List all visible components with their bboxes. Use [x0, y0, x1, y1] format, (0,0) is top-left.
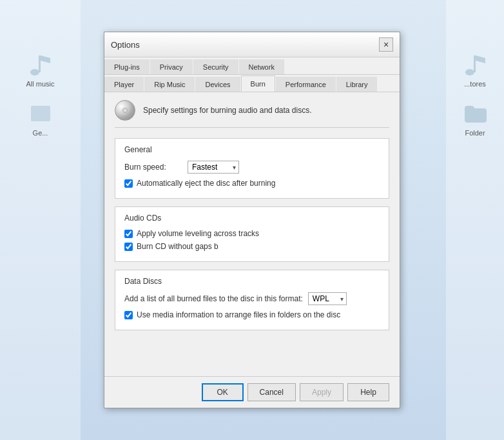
apply-volume-row: Apply volume leveling across tracks [124, 229, 380, 238]
tab-performance[interactable]: Performance [276, 77, 336, 92]
group-general-label: General [124, 145, 380, 154]
group-audio-cds: Audio CDs Apply volume leveling across t… [115, 206, 389, 262]
tab-network[interactable]: Network [239, 59, 284, 74]
burn-cd-row: Burn CD without gaps b [124, 242, 380, 251]
close-button[interactable]: × [379, 37, 393, 52]
burn-cd-checkbox[interactable] [124, 243, 133, 251]
tab-privacy[interactable]: Privacy [150, 59, 193, 74]
cancel-button[interactable]: Cancel [247, 383, 296, 401]
music-note-icon [27, 52, 53, 77]
help-button[interactable]: Help [347, 383, 389, 401]
dialog-footer: OK Cancel Apply Help [104, 376, 400, 408]
sidebar-item-all-music[interactable]: All music [26, 52, 54, 88]
svg-rect-2 [31, 106, 50, 121]
right-sidebar: ...tores Folder [446, 0, 504, 440]
svg-point-0 [30, 69, 39, 75]
tab-library[interactable]: Library [336, 77, 378, 92]
apply-volume-label[interactable]: Apply volume leveling across tracks [137, 229, 259, 238]
tab-burn[interactable]: Burn [241, 75, 275, 92]
format-select[interactable]: WPL M3U None [308, 292, 347, 305]
tab-plugins[interactable]: Plug-ins [104, 59, 150, 74]
tab-row-2: Player Rip Music Devices Burn Performanc… [104, 75, 400, 92]
format-select-wrapper: WPL M3U None [308, 292, 347, 305]
genre-icon [28, 101, 53, 126]
tab-security[interactable]: Security [193, 59, 238, 74]
apply-button[interactable]: Apply [300, 383, 344, 401]
svg-rect-1 [39, 55, 41, 72]
group-audio-cds-label: Audio CDs [124, 214, 380, 223]
group-data-discs-label: Data Discs [124, 277, 380, 286]
ok-button[interactable]: OK [202, 383, 244, 401]
apply-volume-checkbox[interactable] [124, 230, 133, 238]
tab-devices[interactable]: Devices [195, 77, 240, 92]
dialog-content: Specify settings for burning audio and d… [104, 92, 400, 376]
burn-speed-row: Burn speed: Fastest Fast Medium Slow [124, 161, 380, 174]
tab-row-1: Plug-ins Privacy Security Network [104, 57, 400, 75]
use-media-row: Use media information to arrange files i… [124, 310, 380, 319]
tab-player[interactable]: Player [104, 77, 144, 92]
auto-eject-label[interactable]: Automatically eject the disc after burni… [137, 179, 275, 188]
format-label: Add a list of all burned files to the di… [124, 294, 303, 303]
sidebar-item-folder[interactable]: Folder [462, 101, 488, 137]
store-icon [462, 52, 488, 77]
format-row: Add a list of all burned files to the di… [124, 292, 380, 305]
options-dialog: Options × Plug-ins Privacy Security Netw… [104, 32, 400, 408]
group-data-discs: Data Discs Add a list of all burned file… [115, 270, 389, 330]
use-media-checkbox[interactable] [124, 311, 133, 319]
burn-speed-select[interactable]: Fastest Fast Medium Slow [188, 161, 239, 174]
left-sidebar: All music Ge... [0, 0, 81, 440]
svg-point-3 [465, 69, 474, 75]
tab-rip-music[interactable]: Rip Music [144, 77, 195, 92]
use-media-label[interactable]: Use media information to arrange files i… [137, 310, 340, 319]
svg-rect-4 [474, 55, 476, 72]
folder-icon [462, 101, 488, 126]
auto-eject-checkbox[interactable] [124, 179, 133, 188]
sidebar-item-stores[interactable]: ...tores [462, 52, 488, 88]
burn-speed-select-wrapper: Fastest Fast Medium Slow [188, 161, 239, 174]
dialog-title: Options [111, 40, 140, 50]
burn-speed-label: Burn speed: [124, 163, 182, 172]
burn-cd-label[interactable]: Burn CD without gaps b [137, 242, 218, 251]
dialog-titlebar: Options × [104, 32, 400, 57]
section-header: Specify settings for burning audio and d… [115, 100, 389, 128]
sidebar-item-genre[interactable]: Ge... [28, 101, 53, 137]
auto-eject-row: Automatically eject the disc after burni… [124, 179, 380, 188]
section-description: Specify settings for burning audio and d… [143, 106, 312, 115]
cd-icon [115, 100, 135, 121]
group-general: General Burn speed: Fastest Fast Medium … [115, 138, 389, 199]
